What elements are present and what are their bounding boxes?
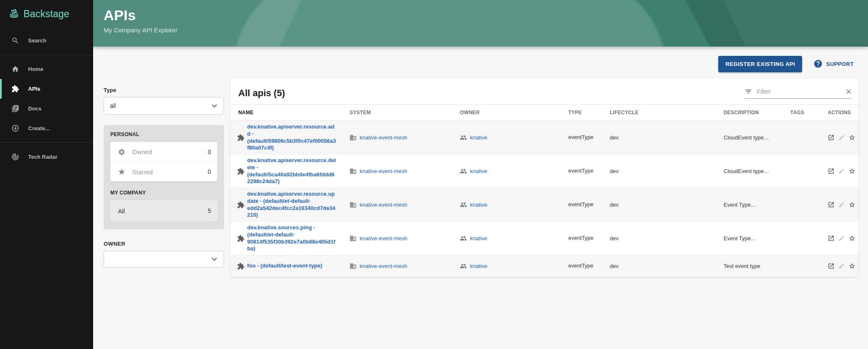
- register-existing-api-button[interactable]: REGISTER EXISTING API: [718, 56, 802, 72]
- edit-icon[interactable]: [838, 234, 845, 242]
- type-filter-label: Type: [104, 87, 224, 93]
- table-header-row: NAME SYSTEM OWNER TYPE LIFECYCLE DESCRIP…: [230, 105, 859, 121]
- filter-item-count: 5: [208, 207, 211, 214]
- system-link[interactable]: knative-event-mesh: [360, 202, 407, 208]
- api-name-link[interactable]: dev.knative.apiserver.resource.delete - …: [247, 157, 337, 185]
- filter-item-starred[interactable]: Starred 0: [110, 162, 217, 181]
- api-description: Event Type…: [724, 202, 756, 208]
- api-lifecycle: dev: [610, 202, 619, 208]
- sidebar-item-home[interactable]: Home: [0, 59, 93, 79]
- content-area: REGISTER EXISTING API SUPPORT Type all P…: [93, 47, 868, 349]
- chevron-down-icon: [209, 101, 219, 111]
- row-actions: [828, 262, 855, 270]
- backstage-logo[interactable]: Backstage: [0, 0, 93, 26]
- star-border-icon[interactable]: [849, 134, 855, 142]
- entity-filter-group: PERSONAL Owned 0 Starred 0 MY COMPANY: [104, 125, 224, 229]
- clear-filter-icon[interactable]: [845, 88, 852, 95]
- company-section-title: MY COMPANY: [110, 190, 217, 196]
- api-type: eventType: [568, 134, 594, 141]
- edit-icon[interactable]: [838, 167, 845, 175]
- sidebar-item-docs[interactable]: Docs: [0, 99, 93, 118]
- api-puzzle-icon: [237, 201, 245, 209]
- system-icon: [349, 201, 357, 208]
- column-header-actions: ACTIONS: [824, 105, 859, 121]
- sidebar-divider: [0, 55, 93, 55]
- open-in-new-icon[interactable]: [828, 201, 834, 209]
- table-row: dev.knative.sources.ping - (default/et-d…: [230, 222, 859, 255]
- star-border-icon[interactable]: [849, 201, 855, 209]
- owner-link[interactable]: knative: [470, 235, 487, 241]
- owner-link[interactable]: knative: [470, 168, 487, 174]
- api-name-link[interactable]: foo - (default/test-event-type): [247, 262, 322, 270]
- support-button[interactable]: SUPPORT: [813, 59, 854, 68]
- api-puzzle-icon: [237, 262, 245, 270]
- owner-link[interactable]: knative: [470, 134, 487, 141]
- sidebar-item-apis[interactable]: APIs: [0, 79, 93, 99]
- edit-icon[interactable]: [838, 262, 845, 270]
- backstage-logo-icon: [8, 8, 20, 20]
- filter-item-count: 0: [208, 149, 211, 155]
- help-icon: [813, 59, 823, 68]
- search-icon: [11, 37, 19, 45]
- api-name-link[interactable]: dev.knative.apiserver.resource.add - (de…: [247, 123, 337, 152]
- api-description: Event Type…: [724, 235, 756, 241]
- star-icon: [118, 168, 125, 176]
- backstage-logo-text: Backstage: [23, 8, 69, 20]
- star-border-icon[interactable]: [849, 167, 855, 175]
- system-link[interactable]: knative-event-mesh: [360, 168, 407, 174]
- gear-icon: [118, 148, 125, 156]
- column-header-system[interactable]: SYSTEM: [346, 105, 456, 121]
- edit-icon[interactable]: [838, 134, 845, 142]
- sidebar: Backstage Search Home APIs Docs Create..…: [0, 0, 93, 349]
- api-lifecycle: dev: [610, 168, 619, 174]
- edit-icon[interactable]: [838, 201, 845, 209]
- api-description: CloudEvent type…: [724, 168, 769, 174]
- table-filter-input[interactable]: [756, 87, 841, 95]
- type-select[interactable]: all: [104, 97, 224, 115]
- table-row: dev.knative.apiserver.resource.update - …: [230, 188, 859, 222]
- system-icon: [349, 168, 357, 175]
- owner-filter-label: OWNER: [104, 241, 224, 247]
- filter-item-owned[interactable]: Owned 0: [110, 142, 217, 162]
- star-border-icon[interactable]: [849, 234, 855, 242]
- column-header-description[interactable]: DESCRIPTION: [720, 105, 787, 121]
- api-table: NAME SYSTEM OWNER TYPE LIFECYCLE DESCRIP…: [230, 104, 859, 277]
- filter-list-icon: [745, 88, 752, 95]
- column-header-type[interactable]: TYPE: [565, 105, 607, 121]
- open-in-new-icon[interactable]: [828, 234, 834, 242]
- column-header-lifecycle[interactable]: LIFECYCLE: [607, 105, 720, 121]
- open-in-new-icon[interactable]: [828, 134, 834, 142]
- sidebar-item-search[interactable]: Search: [0, 31, 93, 50]
- api-lifecycle: dev: [610, 263, 619, 269]
- sidebar-item-label: APIs: [28, 86, 40, 92]
- api-name-link[interactable]: dev.knative.apiserver.resource.update - …: [247, 191, 337, 219]
- system-link[interactable]: knative-event-mesh: [360, 263, 407, 269]
- table-row: dev.knative.apiserver.resource.add - (de…: [230, 121, 859, 155]
- api-lifecycle: dev: [610, 235, 619, 241]
- sidebar-item-tech-radar[interactable]: Tech Radar: [0, 147, 93, 167]
- owner-select[interactable]: [104, 251, 224, 268]
- filter-item-all[interactable]: All 5: [110, 200, 217, 221]
- column-header-name[interactable]: NAME: [230, 105, 346, 121]
- chevron-down-icon: [209, 254, 219, 264]
- filter-item-label: All: [118, 207, 125, 215]
- table-title: All apis (5): [238, 88, 285, 99]
- open-in-new-icon[interactable]: [828, 167, 834, 175]
- sidebar-item-label: Home: [28, 66, 43, 72]
- column-header-owner[interactable]: OWNER: [456, 105, 565, 121]
- group-icon: [460, 201, 467, 208]
- star-border-icon[interactable]: [849, 262, 855, 270]
- system-link[interactable]: knative-event-mesh: [360, 134, 407, 141]
- docs-icon: [11, 105, 19, 113]
- type-select-value: all: [110, 102, 116, 109]
- sidebar-item-create[interactable]: Create...: [0, 118, 93, 138]
- table-row: foo - (default/test-event-type) knative-…: [230, 255, 859, 277]
- api-type: eventType: [568, 262, 594, 270]
- column-header-tags[interactable]: TAGS: [787, 105, 824, 121]
- owner-link[interactable]: knative: [470, 263, 487, 269]
- system-link[interactable]: knative-event-mesh: [360, 235, 407, 241]
- api-name-link[interactable]: dev.knative.sources.ping - (default/et-d…: [247, 224, 337, 252]
- open-in-new-icon[interactable]: [828, 262, 834, 270]
- row-actions: [828, 167, 855, 175]
- owner-link[interactable]: knative: [470, 202, 487, 208]
